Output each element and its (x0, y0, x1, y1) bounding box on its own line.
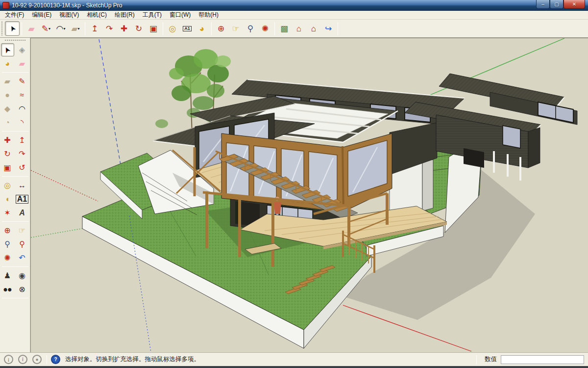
tool-icon: ◈ (19, 46, 25, 54)
line-tool[interactable]: ✎ (16, 75, 29, 88)
offset-tool[interactable]: ↺ (16, 161, 29, 174)
pan-tool-button[interactable]: ☞ (228, 21, 243, 36)
tool-icon: ♟ (4, 272, 11, 280)
eraser-tool-button[interactable]: ▰ (24, 21, 39, 36)
polygon-tool[interactable]: ◆ (1, 102, 14, 115)
look-around-tool[interactable]: ◉ (16, 269, 29, 282)
scale-tool-button[interactable]: ▣ (146, 21, 161, 36)
line-tool-button-dropdown[interactable]: ▾ (49, 26, 50, 31)
send-to-layout-button[interactable]: ↪ (321, 21, 336, 36)
palette-grip[interactable] (4, 39, 26, 42)
select-tool-button[interactable]: ➤ (5, 21, 20, 36)
tool-icon: A (19, 209, 25, 217)
push-pull-tool-button[interactable]: ↥ (87, 21, 102, 36)
push-pull-tool[interactable]: ↥ (16, 133, 29, 147)
zoom-extents-tool-button[interactable]: ✺ (258, 21, 272, 36)
freehand-tool[interactable]: ≈ (16, 88, 29, 102)
measurement-input[interactable] (501, 355, 584, 364)
tape-measure-tool-button[interactable]: ◎ (165, 21, 180, 36)
tool-icon: ↥ (19, 136, 25, 144)
menu-camera[interactable]: 相机(C) (83, 10, 111, 20)
make-component-tool[interactable]: ◈ (16, 43, 29, 56)
follow-me-tool[interactable]: ↷ (16, 147, 29, 160)
position-camera-tool[interactable]: ♟ (1, 269, 14, 282)
rectangle-tool-button[interactable]: ▰▾ (68, 21, 83, 36)
tool-icon: ⊕ (218, 25, 224, 33)
title-bar: 10-92 9-20100130-1M.skp - SketchUp Pro –… (0, 0, 588, 11)
tool-icon: ↷ (19, 150, 25, 158)
separator (85, 22, 85, 35)
menu-edit[interactable]: 编辑(E) (28, 10, 55, 20)
model-viewport[interactable] (30, 38, 588, 352)
rotate-tool-button[interactable]: ↻ (131, 21, 146, 36)
section-plane-tool[interactable]: ⊗ (16, 283, 29, 296)
geolocation-status-icon[interactable]: ¡ (4, 355, 13, 364)
menu-draw[interactable]: 绘图(R) (111, 10, 139, 20)
menu-help[interactable]: 帮助(H) (195, 10, 222, 20)
rotate-tool[interactable]: ↻ (1, 147, 14, 160)
sign-in-status-icon[interactable]: ● (32, 355, 42, 364)
menu-window[interactable]: 窗口(W) (166, 10, 195, 20)
tool-icon: ⊕ (4, 227, 10, 235)
move-tool-button[interactable]: ✚ (117, 21, 131, 36)
dimension-tool[interactable]: ↔ (16, 179, 29, 192)
separator (274, 22, 275, 35)
tool-icon: ↺ (19, 164, 25, 172)
arc-tool[interactable]: ◠ (16, 102, 29, 115)
protractor-tool[interactable]: ◖ (1, 192, 14, 206)
tool-icon: ● (5, 91, 10, 99)
tool-icon: ◔ (5, 119, 10, 127)
rectangle-tool[interactable]: ▰ (1, 75, 14, 88)
axes-tool[interactable]: ✶ (1, 206, 14, 219)
select-tool[interactable]: ➤ (1, 43, 14, 56)
pie-tool[interactable]: ◔ (1, 116, 14, 129)
credit-status-icon[interactable]: i (18, 355, 27, 364)
two-point-arc-tool[interactable]: ◝ (16, 116, 29, 129)
zoom-tool[interactable]: ⚲ (1, 237, 14, 251)
rectangle-tool-button-dropdown[interactable]: ▾ (78, 26, 80, 31)
help-icon[interactable]: ? (51, 355, 60, 364)
circle-tool[interactable]: ● (1, 88, 14, 102)
arc-tool-button[interactable]: ◠▾ (53, 21, 68, 36)
zoom-tool-button[interactable]: ⚲ (243, 21, 258, 36)
close-button[interactable]: ✕ (564, 0, 585, 9)
pan-tool[interactable]: ☞ (16, 224, 29, 237)
separator (2, 131, 28, 131)
sketchup-window: 10-92 9-20100130-1M.skp - SketchUp Pro –… (0, 0, 588, 368)
sketchup-logo-icon (2, 2, 9, 9)
model-canvas[interactable] (31, 38, 588, 352)
three-d-text-tool[interactable]: A (16, 206, 29, 219)
orbit-tool-button[interactable]: ⊕ (214, 21, 228, 36)
separator (163, 22, 163, 35)
previous-view-tool[interactable]: ↶ (16, 251, 29, 264)
zoom-window-tool[interactable]: ⚲ (16, 237, 29, 251)
follow-me-tool-button[interactable]: ↷ (102, 21, 117, 36)
top-toolbar: ➤▰✎▾◠▾▰▾↥↷✚↻▣◎A1◕⊕☞⚲✺▩⌂⌂↪ (0, 20, 588, 38)
toolbar-grip[interactable] (1, 21, 3, 36)
eraser-tool[interactable]: ▰ (16, 57, 29, 70)
zoom-extents-tool[interactable]: ✺ (1, 251, 14, 264)
menu-file[interactable]: 文件(F) (1, 10, 28, 20)
tape-measure-tool[interactable]: ◎ (1, 179, 14, 192)
scale-tool[interactable]: ▣ (1, 161, 14, 174)
paint-bucket-tool-button[interactable]: ◕ (195, 21, 209, 36)
get-models-button[interactable]: ⌂ (292, 21, 306, 36)
move-tool[interactable]: ✚ (1, 133, 14, 147)
tool-icon: ◠ (56, 25, 64, 33)
minimize-button[interactable]: – (536, 0, 550, 9)
menu-view[interactable]: 视图(V) (55, 10, 83, 20)
tool-icon: A1 (16, 195, 28, 204)
line-tool-button[interactable]: ✎▾ (39, 21, 53, 36)
geo-location-button[interactable]: ▩ (277, 21, 292, 36)
arc-tool-button-dropdown[interactable]: ▾ (63, 26, 65, 31)
text-tool[interactable]: A1 (16, 192, 29, 206)
tool-icon: ◕ (199, 25, 204, 33)
restore-button[interactable]: ▢ (550, 0, 564, 9)
text-tool-button[interactable]: A1 (180, 21, 195, 36)
share-model-button[interactable]: ⌂ (306, 21, 321, 36)
orbit-tool[interactable]: ⊕ (1, 224, 14, 237)
menu-tools[interactable]: 工具(T) (139, 10, 166, 20)
walk-tool[interactable]: ●● (1, 283, 14, 296)
tool-icon: ✺ (262, 25, 269, 33)
paint-bucket-tool[interactable]: ◕ (1, 57, 14, 70)
